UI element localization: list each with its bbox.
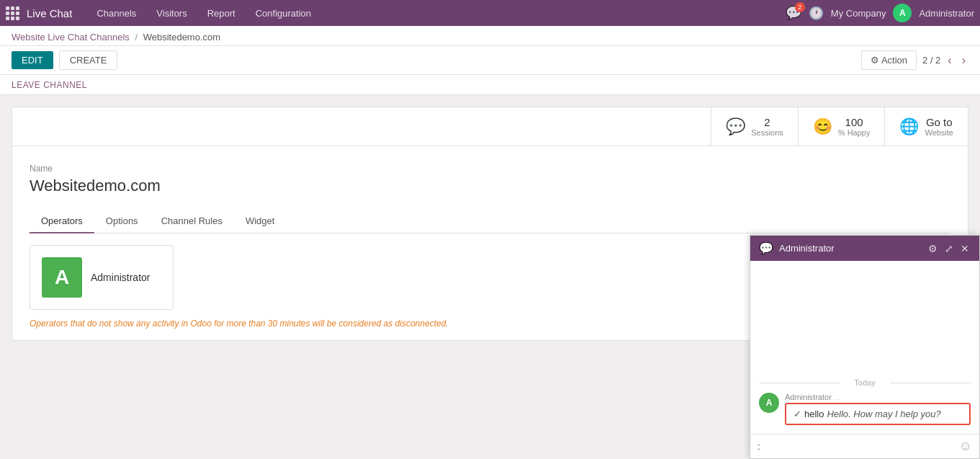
happy-icon: 😊 xyxy=(813,117,832,136)
channel-name: Websitedemo.com xyxy=(30,177,950,195)
livechat-popup: 💬 Administrator ⚙ ⤢ ✕ Today A Administra… xyxy=(750,235,980,352)
menu-channels[interactable]: Channels xyxy=(86,0,146,26)
breadcrumb-bar: Website Live Chat Channels / Websitedemo… xyxy=(0,26,980,46)
leave-channel-button[interactable]: LEAVE CHANNEL xyxy=(12,80,87,90)
action-button[interactable]: ⚙ Action xyxy=(861,50,917,70)
website-label: Website xyxy=(925,128,953,137)
breadcrumb-separator: / xyxy=(135,32,138,43)
stats-bar: 💬 2 Sessions 😊 100 % Happy 🌐 Go to Websi… xyxy=(12,107,968,146)
edit-button[interactable]: EDIT xyxy=(12,51,53,69)
breadcrumb-current: Websitedemo.com xyxy=(143,32,220,43)
livechat-settings-button[interactable]: ⚙ xyxy=(927,243,939,254)
website-icon: 🌐 xyxy=(899,117,919,136)
stat-sessions[interactable]: 💬 2 Sessions xyxy=(711,107,798,146)
create-button[interactable]: CREATE xyxy=(59,50,118,70)
livechat-header-icon: 💬 xyxy=(759,241,773,255)
name-label: Name xyxy=(30,164,950,174)
breadcrumb: Website Live Chat Channels / Websitedemo… xyxy=(12,32,220,43)
user-avatar[interactable]: A xyxy=(893,4,912,22)
pager-next-button[interactable]: › xyxy=(959,53,968,68)
livechat-close-button[interactable]: ✕ xyxy=(959,243,971,254)
chat-badge-count: 2 xyxy=(795,2,805,12)
livechat-header-name: Administrator xyxy=(779,243,921,254)
pager-text: 2 / 2 xyxy=(922,55,940,66)
livechat-body: Today A Administrator … ✓ hello Hello. H… xyxy=(750,261,979,352)
menu-configuration[interactable]: Configuration xyxy=(246,0,321,26)
action-toolbar: EDIT CREATE ⚙ Action 2 / 2 ‹ › xyxy=(0,46,980,75)
main-content: 💬 2 Sessions 😊 100 % Happy 🌐 Go to Websi… xyxy=(0,95,980,352)
tab-operators[interactable]: Operators xyxy=(30,210,94,233)
menu-visitors[interactable]: Visitors xyxy=(146,0,197,26)
operator-card[interactable]: A Administrator xyxy=(30,245,174,310)
website-value: Go to xyxy=(926,116,953,128)
operator-avatar: A xyxy=(42,257,82,298)
username-label[interactable]: Administrator xyxy=(919,8,974,19)
topnav-right-section: 💬 2 🕐 My Company A Administrator xyxy=(786,4,974,22)
secondary-toolbar: LEAVE CHANNEL xyxy=(0,75,980,95)
stat-website[interactable]: 🌐 Go to Website xyxy=(884,107,968,146)
app-name: Live Chat xyxy=(27,7,72,19)
livechat-header: 💬 Administrator ⚙ ⤢ ✕ xyxy=(750,236,979,261)
happy-value: 100 xyxy=(845,116,863,128)
clock-icon[interactable]: 🕐 xyxy=(809,6,824,21)
livechat-expand-button[interactable]: ⤢ xyxy=(943,243,955,254)
breadcrumb-parent[interactable]: Website Live Chat Channels xyxy=(12,32,130,43)
tab-options[interactable]: Options xyxy=(94,210,150,233)
pager: 2 / 2 ‹ › xyxy=(922,53,968,68)
sessions-icon: 💬 xyxy=(726,117,745,136)
tab-channel-rules[interactable]: Channel Rules xyxy=(150,210,234,233)
main-menu: Channels Visitors Report Configuration xyxy=(86,0,321,26)
menu-report[interactable]: Report xyxy=(197,0,246,26)
happy-label: % Happy xyxy=(838,128,871,137)
stat-happy[interactable]: 😊 100 % Happy xyxy=(798,107,885,146)
tab-widget[interactable]: Widget xyxy=(234,210,286,233)
sessions-label: Sessions xyxy=(751,128,783,137)
livechat-header-buttons: ⚙ ⤢ ✕ xyxy=(927,243,971,254)
top-navigation: Live Chat Channels Visitors Report Confi… xyxy=(0,0,980,26)
sessions-value: 2 xyxy=(764,116,770,128)
company-name[interactable]: My Company xyxy=(831,8,886,19)
channel-tabs: Operators Options Channel Rules Widget xyxy=(30,210,950,233)
operator-name: Administrator xyxy=(91,272,150,283)
chat-notification[interactable]: 💬 2 xyxy=(786,5,801,21)
app-grid-icon[interactable] xyxy=(6,6,19,20)
pager-prev-button[interactable]: ‹ xyxy=(945,53,954,68)
